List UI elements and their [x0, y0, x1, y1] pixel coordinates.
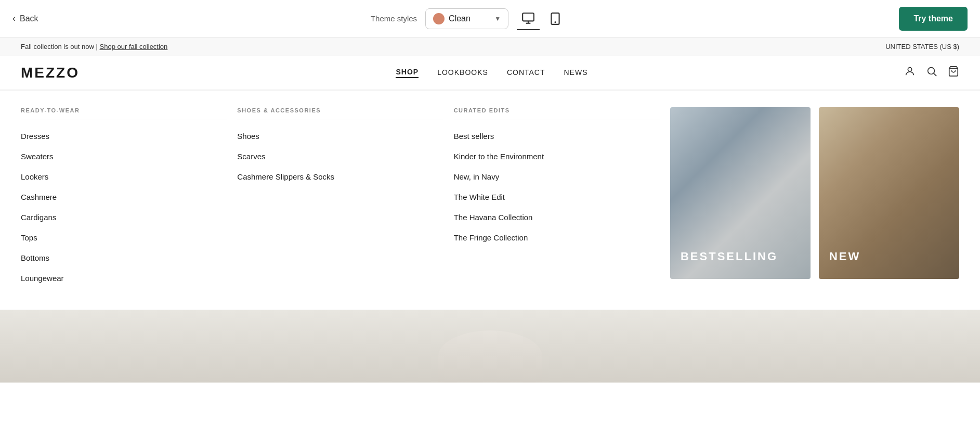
bottom-page-content [0, 310, 980, 383]
menu-item-white-edit[interactable]: The White Edit [454, 192, 660, 202]
theme-dropdown[interactable]: Clean ▼ [425, 8, 508, 29]
menu-item-lookers[interactable]: Lookers [21, 171, 227, 182]
menu-item-fringe-collection[interactable]: The Fringe Collection [454, 232, 660, 243]
cart-button[interactable] [948, 66, 959, 80]
announcement-text: Fall collection is out now | Shop our fa… [21, 43, 167, 50]
back-arrow-icon: ‹ [12, 13, 16, 24]
menu-column-ready-to-wear: READY-TO-WEAR Dresses Sweaters Lookers C… [21, 107, 237, 293]
new-label: NEW [829, 250, 860, 263]
menu-item-kinder-environment[interactable]: Kinder to the Environment [454, 151, 660, 162]
menu-images: BESTSELLING NEW [670, 107, 959, 293]
svg-rect-0 [522, 13, 534, 21]
try-theme-button[interactable]: Try theme [899, 7, 968, 31]
nav-shop[interactable]: SHOP [396, 68, 419, 78]
menu-item-tops[interactable]: Tops [21, 232, 227, 243]
chevron-down-icon: ▼ [494, 15, 501, 22]
theme-styles-label: Theme styles [371, 14, 417, 23]
search-icon [926, 66, 937, 77]
region-selector[interactable]: UNITED STATES (US $) [885, 43, 959, 50]
menu-item-cashmere-slippers[interactable]: Cashmere Slippers & Socks [237, 171, 443, 182]
theme-name: Clean [449, 14, 490, 23]
menu-item-shoes[interactable]: Shoes [237, 131, 443, 142]
back-label: Back [20, 14, 38, 23]
menu-item-best-sellers[interactable]: Best sellers [454, 131, 660, 142]
mega-menu: READY-TO-WEAR Dresses Sweaters Lookers C… [0, 90, 980, 310]
announcement-bar: Fall collection is out now | Shop our fa… [0, 37, 980, 56]
menu-header-shoes-accessories: SHOES & ACCESSORIES [237, 107, 443, 120]
menu-item-loungewear[interactable]: Loungewear [21, 273, 227, 284]
toolbar: ‹ Back Theme styles Clean ▼ Try theme [0, 0, 980, 37]
menu-header-ready-to-wear: READY-TO-WEAR [21, 107, 227, 120]
cart-icon [948, 66, 959, 77]
menu-column-shoes-accessories: SHOES & ACCESSORIES Shoes Scarves Cashme… [237, 107, 453, 293]
menu-item-dresses[interactable]: Dresses [21, 131, 227, 142]
menu-item-cashmere[interactable]: Cashmere [21, 192, 227, 202]
menu-item-bottoms[interactable]: Bottoms [21, 252, 227, 263]
theme-color-dot [433, 13, 445, 24]
menu-item-scarves[interactable]: Scarves [237, 151, 443, 162]
site-header: MEZZO SHOP LOOKBOOKS CONTACT NEWS [0, 56, 980, 90]
bestselling-label: BESTSELLING [681, 250, 778, 263]
nav-news[interactable]: NEWS [564, 68, 588, 78]
mobile-icon [548, 12, 562, 26]
menu-item-cardigans[interactable]: Cardigans [21, 212, 227, 223]
svg-line-7 [934, 73, 936, 76]
account-icon [904, 66, 916, 77]
nav-contact[interactable]: CONTACT [507, 68, 545, 78]
device-icons [517, 7, 567, 30]
menu-item-new-navy[interactable]: New, in Navy [454, 171, 660, 182]
desktop-view-button[interactable] [517, 7, 540, 30]
menu-image-new[interactable]: NEW [819, 107, 959, 279]
page-background-figure [438, 330, 542, 383]
nav-lookbooks[interactable]: LOOKBOOKS [437, 68, 488, 78]
site-nav: SHOP LOOKBOOKS CONTACT NEWS [396, 68, 587, 78]
mobile-view-button[interactable] [544, 7, 567, 30]
menu-header-curated-edits: CURATED EDITS [454, 107, 660, 120]
menu-image-bestselling[interactable]: BESTSELLING [670, 107, 811, 279]
account-button[interactable] [904, 66, 916, 80]
site-logo[interactable]: MEZZO [21, 65, 80, 81]
search-button[interactable] [926, 66, 937, 80]
menu-item-sweaters[interactable]: Sweaters [21, 151, 227, 162]
back-button[interactable]: ‹ Back [12, 13, 38, 24]
menu-item-havana-collection[interactable]: The Havana Collection [454, 212, 660, 223]
desktop-icon [521, 11, 535, 25]
svg-point-6 [928, 68, 935, 74]
svg-point-5 [908, 68, 911, 71]
menu-column-curated-edits: CURATED EDITS Best sellers Kinder to the… [454, 107, 670, 293]
announcement-static: Fall collection is out now | [21, 43, 98, 50]
announcement-link[interactable]: Shop our fall collection [100, 43, 168, 50]
site-actions [904, 66, 959, 80]
toolbar-center: Theme styles Clean ▼ [371, 7, 567, 30]
